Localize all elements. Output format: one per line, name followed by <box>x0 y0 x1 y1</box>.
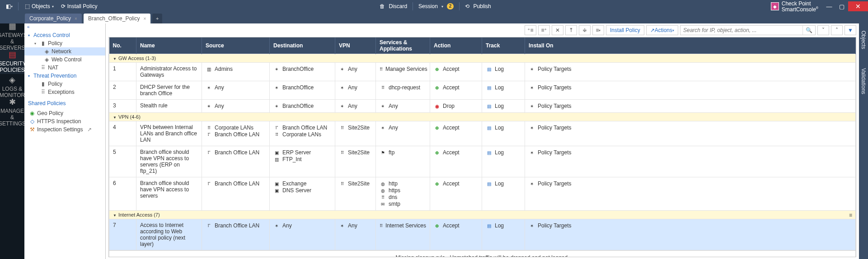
cell-track[interactable]: ▤Log <box>482 219 525 251</box>
cell-item[interactable]: ⠿Corporate LANs <box>206 125 266 131</box>
cell-item[interactable]: ⠏Branch Office LAN <box>206 222 266 229</box>
col-name[interactable]: Name <box>136 37 202 54</box>
add-tab-button[interactable]: + <box>152 14 162 23</box>
cell-action[interactable]: ⊕Accept <box>430 177 482 211</box>
prev-match-button[interactable]: ˅ <box>817 25 829 35</box>
cell-install[interactable]: ✶Policy Targets <box>525 81 856 100</box>
publish-icon[interactable]: ⟲ <box>465 3 469 9</box>
close-icon[interactable]: × <box>143 16 146 21</box>
cell-vpn[interactable]: ✶Any <box>335 100 376 113</box>
add-below-button[interactable]: ≡⁺ <box>538 25 550 35</box>
cell-source[interactable]: ✶Any <box>202 81 270 100</box>
tree-tp-policy[interactable]: ▮Policy <box>24 80 105 88</box>
cell-item[interactable]: ▣DNS Server <box>273 187 331 194</box>
cell-item[interactable]: ⠏Branch Office LAN <box>206 131 266 138</box>
validations-tab[interactable]: Validations <box>860 65 867 97</box>
cell-source[interactable]: ⠏Branch Office LAN <box>202 146 270 177</box>
cell-destination[interactable]: ▣Exchange▣DNS Server <box>270 177 335 211</box>
cell-item[interactable]: ✶Any <box>380 125 426 131</box>
cell-item[interactable]: ⠿dns <box>380 194 426 200</box>
cell-source[interactable]: ⠏Branch Office LAN <box>202 177 270 211</box>
tree-nat[interactable]: ⠿NAT <box>24 64 105 72</box>
session-label[interactable]: Session <box>418 3 438 9</box>
col-action[interactable]: Action <box>430 37 482 54</box>
cell-vpn[interactable]: ✶Any <box>335 81 376 100</box>
cell-item[interactable]: ⠏Branch Office LAN <box>206 180 266 187</box>
app-menu-icon[interactable]: ◧▾ <box>4 1 14 11</box>
cell-destination[interactable]: ⠏Branch Office LAN⠿Corporate LANs <box>270 121 335 146</box>
cell-item[interactable]: ⠿Manage Services <box>380 66 426 72</box>
cell-item[interactable]: ◍http <box>380 180 426 187</box>
nav-logs[interactable]: ◈LOGS & MONITOR <box>0 74 24 99</box>
cell-destination[interactable]: ▣ERP Server▥FTP_Int <box>270 146 335 177</box>
cell-item[interactable]: ⠿Internet Services <box>380 222 426 229</box>
cell-name[interactable]: DHCP Server for the branch Office <box>136 81 202 100</box>
cell-install[interactable]: ✶Policy Targets <box>525 177 856 211</box>
action-cell[interactable]: ⊕Accept <box>434 125 478 131</box>
search-input[interactable] <box>680 26 802 35</box>
cell-install[interactable]: ✶Policy Targets <box>525 121 856 146</box>
cell-item[interactable]: ▥Admins <box>206 66 266 72</box>
cell-item[interactable]: ⠿dhcp-request <box>380 84 426 91</box>
tree-web-control[interactable]: ◈Web Control <box>24 56 105 64</box>
action-cell[interactable]: ⊕Accept <box>434 84 478 91</box>
search-button[interactable]: 🔍 <box>802 26 815 35</box>
nav-security-policies[interactable]: ▤SECURITY POLICIES <box>0 49 24 74</box>
tree-policy[interactable]: ▾▮Policy <box>24 39 105 47</box>
col-install[interactable]: Install On <box>525 37 856 54</box>
cell-item[interactable]: ⚑ftp <box>380 149 426 156</box>
table-row[interactable]: 5 Branch office should have VPN access t… <box>109 146 856 177</box>
cell-item[interactable]: ✶Any <box>273 222 331 229</box>
table-row[interactable]: 1 Administrator Access to Gateways ▥Admi… <box>109 63 856 81</box>
next-match-button[interactable]: ˄ <box>831 25 843 35</box>
cell-item[interactable]: ✶Any <box>339 103 372 109</box>
cell-vpn[interactable]: ⠿Site2Site <box>335 177 376 211</box>
cell-item[interactable]: ⠏Branch Office LAN <box>273 125 331 131</box>
cell-source[interactable]: ▥Admins <box>202 63 270 81</box>
cell-item[interactable]: ⠿Corporate LANs <box>273 131 331 138</box>
tab-corporate-policy[interactable]: Corporate_Policy× <box>25 14 82 23</box>
tree-inspection-settings[interactable]: ⚒Inspection Settings↗ <box>24 125 105 134</box>
action-cell[interactable]: ⊕Accept <box>434 66 478 72</box>
cell-name[interactable]: Stealth rule <box>136 100 202 113</box>
minimize-button[interactable]: — <box>823 1 835 11</box>
col-source[interactable]: Source <box>202 37 270 54</box>
cell-action[interactable]: ⊕Accept <box>430 219 482 251</box>
cell-vpn[interactable]: ⠿Site2Site <box>335 146 376 177</box>
rule-top-button[interactable]: ⤒ <box>565 25 577 35</box>
cell-track[interactable]: ▤Log <box>482 81 525 100</box>
cell-name[interactable]: VPN between Internal LANs and Branch off… <box>136 121 202 146</box>
tree-threat-prevention[interactable]: ▾Threat Prevention <box>24 72 105 80</box>
cell-services[interactable]: ⠿dhcp-request <box>376 81 430 100</box>
cell-destination[interactable]: ✶BranchOffice <box>270 100 335 113</box>
cell-item[interactable]: ✶Any <box>339 84 372 91</box>
cell-track[interactable]: ▤Log <box>482 146 525 177</box>
action-cell[interactable]: ◉Drop <box>434 103 478 109</box>
cell-destination[interactable]: ✶BranchOffice <box>270 63 335 81</box>
objects-menu[interactable]: ⬚Objects▾ <box>22 1 56 11</box>
tree-exceptions[interactable]: ⠿Exceptions <box>24 88 105 96</box>
cell-install[interactable]: ✶Policy Targets <box>525 100 856 113</box>
cell-item[interactable]: ✶Any <box>339 222 372 229</box>
rule-mid-button[interactable]: ≑ <box>579 25 591 35</box>
table-row[interactable]: 7 Access to Internet according to Web co… <box>109 219 856 251</box>
cell-track[interactable]: ▤Log <box>482 121 525 146</box>
cell-track[interactable]: ▤Log <box>482 100 525 113</box>
maximize-button[interactable]: ▢ <box>835 1 848 11</box>
cell-services[interactable]: ⚑ftp <box>376 146 430 177</box>
section-row[interactable]: ▼Internet Access (7)≡ <box>109 211 856 219</box>
cell-services[interactable]: ✶Any <box>376 121 430 146</box>
cell-services[interactable]: ✶Any <box>376 100 430 113</box>
discard-icon[interactable]: 🗑 <box>380 3 385 9</box>
col-vpn[interactable]: VPN <box>335 37 376 54</box>
cell-services[interactable]: ◍http◍https⠿dns✉smtp <box>376 177 430 211</box>
cell-action[interactable]: ⊕Accept <box>430 63 482 81</box>
cell-name[interactable]: Access to Internet according to Web cont… <box>136 219 202 251</box>
cell-item[interactable]: ⠿Site2Site <box>339 125 372 131</box>
cell-item[interactable]: ✶BranchOffice <box>273 103 331 109</box>
cell-item[interactable]: ✶Any <box>339 66 372 72</box>
cell-item[interactable]: ◍https <box>380 187 426 194</box>
discard-button[interactable]: Discard <box>389 3 407 9</box>
tree-access-control[interactable]: ▾Access Control <box>24 31 105 39</box>
install-policy-menu[interactable]: ⟳Install Policy <box>58 1 100 11</box>
